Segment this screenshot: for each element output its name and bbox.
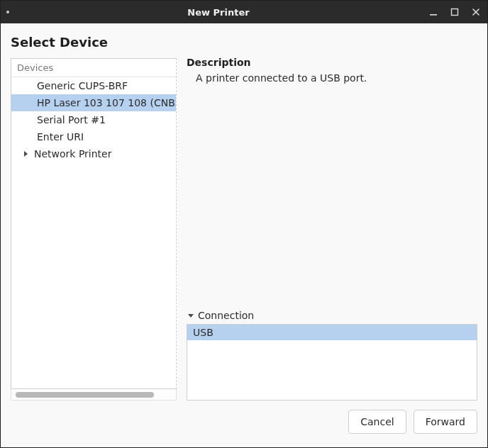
dialog-footer: Cancel Forward — [1, 406, 487, 447]
maximize-button[interactable] — [449, 6, 460, 18]
connection-list[interactable]: USB — [187, 324, 477, 401]
device-item-hp-laser[interactable]: HP Laser 103 107 108 (CNB2M8PV — [11, 94, 176, 111]
device-item-label: HP Laser 103 107 108 (CNB2M8PV — [37, 97, 176, 108]
expand-right-icon — [24, 151, 28, 157]
description-text: A printer connected to a USB port. — [187, 68, 477, 84]
connection-title: Connection — [198, 310, 254, 321]
description-title: Description — [187, 57, 477, 68]
svg-rect-1 — [452, 9, 458, 16]
device-item-generic-cups-brf[interactable]: Generic CUPS-BRF — [11, 77, 176, 94]
cancel-button[interactable]: Cancel — [348, 410, 406, 434]
device-item-label: Generic CUPS-BRF — [37, 80, 128, 91]
device-item-enter-uri[interactable]: Enter URI — [11, 128, 176, 145]
connection-item-usb[interactable]: USB — [187, 325, 477, 340]
connection-header[interactable]: Connection — [187, 310, 477, 324]
new-printer-window: New Printer Select Device Devices Generi… — [0, 0, 488, 448]
device-item-serial-port-1[interactable]: Serial Port #1 — [11, 111, 176, 128]
devices-tree[interactable]: Devices Generic CUPS-BRF HP Laser 103 10… — [11, 58, 177, 389]
devices-panel: Devices Generic CUPS-BRF HP Laser 103 10… — [11, 58, 177, 401]
device-item-label: Serial Port #1 — [37, 114, 106, 125]
svg-rect-0 — [430, 14, 437, 16]
close-button[interactable] — [470, 6, 482, 18]
device-item-label: Enter URI — [37, 131, 84, 142]
devices-horizontal-scrollbar[interactable] — [11, 389, 177, 401]
details-panel: Description A printer connected to a USB… — [187, 58, 477, 401]
body-row: Devices Generic CUPS-BRF HP Laser 103 10… — [11, 58, 477, 401]
devices-column-header[interactable]: Devices — [11, 59, 176, 77]
titlebar[interactable]: New Printer — [1, 1, 487, 23]
spacer — [187, 84, 477, 310]
scrollbar-thumb[interactable] — [16, 392, 154, 398]
forward-button[interactable]: Forward — [414, 410, 477, 434]
minimize-button[interactable] — [428, 6, 439, 18]
device-item-network-printer[interactable]: Network Printer — [11, 145, 176, 162]
window-controls — [428, 6, 482, 18]
connection-item-label: USB — [193, 327, 214, 338]
device-item-label: Network Printer — [34, 148, 111, 159]
page-title: Select Device — [11, 35, 477, 50]
expand-down-icon — [188, 314, 194, 318]
window-title: New Printer — [9, 7, 428, 18]
content-area: Select Device Devices Generic CUPS-BRF H… — [1, 23, 487, 406]
